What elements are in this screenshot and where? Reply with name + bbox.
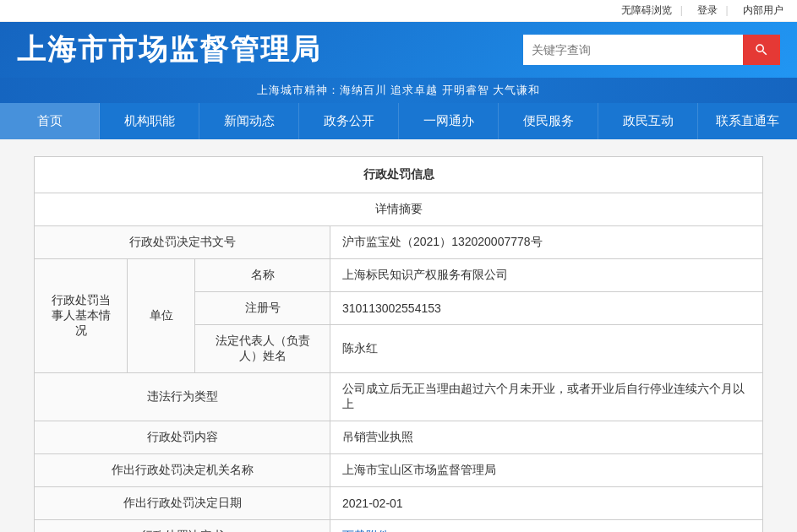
internal-link[interactable]: 内部用户	[743, 4, 783, 16]
label-party-info: 行政处罚当事人基本情况	[35, 259, 128, 373]
label-penalty-content: 行政处罚内容	[35, 421, 330, 454]
subtitle-bar: 上海城市精神：海纳百川 追求卓越 开明睿智 大气谦和	[0, 78, 797, 103]
separator1: |	[680, 4, 683, 16]
site-title: 上海市市场监督管理局	[17, 30, 321, 69]
label-case-number: 行政处罚决定书文号	[35, 226, 330, 259]
table-sub-header-row: 详情摘要	[35, 193, 763, 226]
value-company-name: 上海标民知识产权服务有限公司	[330, 259, 763, 292]
value-date: 2021-02-01	[330, 487, 763, 520]
separator2: |	[726, 4, 729, 16]
label-reg-number: 注册号	[195, 292, 330, 325]
label-legal-rep: 法定代表人（负责人）姓名	[195, 325, 330, 373]
login-link[interactable]: 登录	[697, 4, 718, 16]
table-row-case-number: 行政处罚决定书文号 沪市监宝处（2021）132020007778号	[35, 226, 763, 259]
table-main-header: 行政处罚信息	[35, 157, 763, 193]
nav-item-interaction[interactable]: 政民互动	[598, 103, 698, 139]
nav-item-service[interactable]: 便民服务	[499, 103, 598, 139]
value-authority: 上海市宝山区市场监督管理局	[330, 454, 763, 487]
nav-item-affairs[interactable]: 政务公开	[299, 103, 399, 139]
table-row-penalty-content: 行政处罚内容 吊销营业执照	[35, 421, 763, 454]
table-row-name: 行政处罚当事人基本情况 单位 名称 上海标民知识产权服务有限公司	[35, 259, 763, 292]
table-sub-header: 详情摘要	[35, 193, 763, 226]
table-main-header-row: 行政处罚信息	[35, 157, 763, 193]
info-table: 行政处罚信息 详情摘要 行政处罚决定书文号 沪市监宝处（2021）1320200…	[34, 156, 763, 532]
search-input[interactable]	[523, 35, 743, 65]
nav-item-home[interactable]: 首页	[0, 103, 100, 139]
value-case-number: 沪市监宝处（2021）132020007778号	[330, 226, 763, 259]
download-attachment-link[interactable]: 下载附件	[342, 529, 390, 532]
label-decision-doc: 行政处罚决定书	[35, 520, 330, 533]
table-row-date: 作出行政处罚决定日期 2021-02-01	[35, 487, 763, 520]
table-row-decision-doc: 行政处罚决定书 下载附件	[35, 520, 763, 533]
search-icon	[754, 42, 769, 57]
label-authority: 作出行政处罚决定机关名称	[35, 454, 330, 487]
nav-item-contact[interactable]: 联系直通车	[698, 103, 797, 139]
label-violation-type: 违法行为类型	[35, 373, 330, 421]
nav-item-news[interactable]: 新闻动态	[199, 103, 299, 139]
accessibility-link[interactable]: 无障碍浏览	[621, 4, 672, 16]
label-company-name: 名称	[195, 259, 330, 292]
subtitle-text: 上海城市精神：海纳百川 追求卓越 开明睿智 大气谦和	[257, 84, 541, 96]
content-area: 行政处罚信息 详情摘要 行政处罚决定书文号 沪市监宝处（2021）1320200…	[0, 139, 797, 532]
table-row-authority: 作出行政处罚决定机关名称 上海市宝山区市场监督管理局	[35, 454, 763, 487]
table-row-violation-type: 违法行为类型 公司成立后无正当理由超过六个月未开业，或者开业后自行停业连续六个月…	[35, 373, 763, 421]
search-button[interactable]	[743, 35, 780, 65]
top-bar: 无障碍浏览 | 登录 | 内部用户	[0, 0, 797, 22]
search-area	[523, 35, 780, 65]
header: 上海市市场监督管理局	[0, 22, 797, 78]
value-violation-type: 公司成立后无正当理由超过六个月未开业，或者开业后自行停业连续六个月以上	[330, 373, 763, 421]
main-nav: 首页 机构职能 新闻动态 政务公开 一网通办 便民服务 政民互动 联系直通车	[0, 103, 797, 139]
value-legal-rep: 陈永红	[330, 325, 763, 373]
value-decision-doc: 下载附件	[330, 520, 763, 533]
nav-item-institution[interactable]: 机构职能	[100, 103, 199, 139]
value-penalty-content: 吊销营业执照	[330, 421, 763, 454]
label-unit: 单位	[128, 259, 195, 373]
label-date: 作出行政处罚决定日期	[35, 487, 330, 520]
value-reg-number: 310113002554153	[330, 292, 763, 325]
nav-item-online[interactable]: 一网通办	[399, 103, 499, 139]
